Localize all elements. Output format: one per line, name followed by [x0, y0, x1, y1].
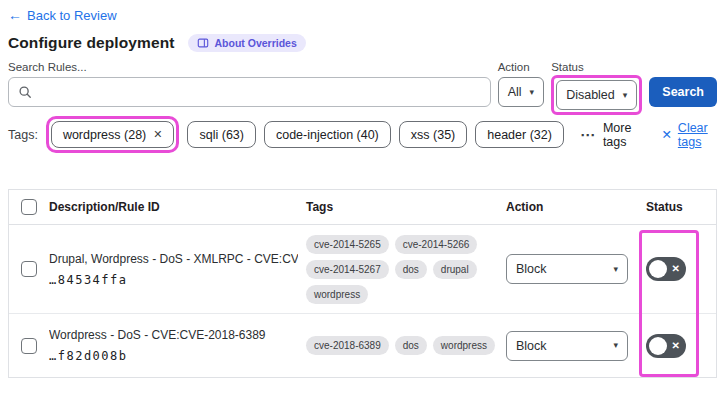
chevron-down-icon: ▾	[623, 91, 628, 100]
more-tags-button[interactable]: ⋯ More tags	[580, 121, 640, 149]
tag-chip-sqli[interactable]: sqli (63)	[187, 121, 255, 148]
rule-tag-pill: wordpress	[433, 336, 495, 355]
chevron-down-icon: ▾	[613, 341, 618, 350]
rule-status-cell: ✕	[646, 334, 716, 358]
back-link-label: Back to Review	[27, 8, 117, 23]
rule-tags-cell: cve-2018-6389 dos wordpress	[306, 336, 502, 355]
tag-chip-code-injection[interactable]: code-injection (40)	[264, 121, 391, 148]
tags-filter-bar: Tags: wordpress (28) ✕ sqli (63) code-in…	[8, 116, 717, 153]
clear-tags-label: Clear tags	[678, 121, 717, 149]
configure-deployment-page: ← Back to Review Configure deployment Ab…	[0, 0, 725, 406]
rule-tag-pill: drupal	[433, 260, 477, 279]
rule-description-cell: Wordpress - DoS - CVE:CVE-2018-6389 …f82…	[49, 328, 306, 363]
ellipsis-icon: ⋯	[580, 126, 596, 144]
rule-status-cell: ✕	[646, 257, 716, 281]
search-input[interactable]	[39, 85, 481, 99]
toggle-off-x-icon: ✕	[672, 264, 680, 274]
status-toggle[interactable]: ✕	[646, 334, 686, 358]
rules-table: Description/Rule ID Tags Action Status D…	[8, 189, 717, 378]
action-filter-column: Action All ▾	[498, 60, 544, 107]
search-input-box[interactable]	[8, 77, 491, 107]
table-header-row: Description/Rule ID Tags Action Status	[9, 190, 716, 225]
rule-id: …84534ffa	[49, 273, 298, 287]
col-header-description: Description/Rule ID	[49, 200, 306, 214]
about-overrides-label: About Overrides	[214, 37, 296, 49]
table-row: Wordpress - DoS - CVE:CVE-2018-6389 …f82…	[9, 314, 716, 377]
selected-tag-highlight-box: wordpress (28) ✕	[46, 116, 180, 153]
toggle-knob	[649, 260, 667, 278]
rule-action-cell: Block ▾	[506, 331, 646, 361]
col-header-status: Status	[646, 200, 716, 214]
filter-row: Search Rules... Action All ▾ Status Disa…	[8, 60, 717, 110]
select-all-checkbox[interactable]	[21, 199, 37, 215]
tags-label: Tags:	[8, 128, 38, 142]
status-toggle[interactable]: ✕	[646, 257, 686, 281]
rule-tag-pill: cve-2014-5266	[395, 235, 478, 254]
action-select[interactable]: Block ▾	[506, 331, 628, 361]
action-dropdown-value: All	[508, 85, 522, 99]
page-title: Configure deployment	[8, 34, 174, 52]
chevron-down-icon: ▾	[530, 88, 535, 97]
back-to-review-link[interactable]: ← Back to Review	[8, 8, 117, 23]
rule-description: Wordpress - DoS - CVE:CVE-2018-6389	[49, 328, 298, 342]
status-dropdown[interactable]: Disabled ▾	[556, 80, 637, 110]
search-icon	[18, 85, 32, 99]
rule-tag-pill: dos	[395, 260, 427, 279]
tag-chip-header[interactable]: header (32)	[475, 121, 564, 148]
col-header-action: Action	[506, 200, 646, 214]
rule-description: Drupal, Wordpress - DoS - XMLRPC - CVE:C…	[49, 252, 298, 266]
rule-tag-pill: dos	[395, 336, 427, 355]
table-row: Drupal, Wordpress - DoS - XMLRPC - CVE:C…	[9, 225, 716, 314]
clear-tags-x-icon: ✕	[661, 127, 671, 142]
search-rules-label: Search Rules...	[8, 60, 491, 74]
status-label: Status	[551, 60, 642, 74]
tag-chip-xss[interactable]: xss (35)	[399, 121, 467, 148]
rule-id: …f82d008b	[49, 349, 298, 363]
back-arrow-icon: ←	[8, 8, 22, 22]
row-checkbox[interactable]	[21, 261, 37, 277]
chevron-down-icon: ▾	[613, 265, 618, 274]
action-select[interactable]: Block ▾	[506, 254, 628, 284]
action-label: Action	[498, 60, 544, 74]
more-tags-label: More tags	[603, 121, 640, 149]
action-select-value: Block	[516, 262, 547, 276]
rule-tag-pill: wordpress	[306, 285, 368, 304]
rule-tags-cell: cve-2014-5265 cve-2014-5266 cve-2014-526…	[306, 235, 502, 304]
title-row: Configure deployment About Overrides	[8, 34, 717, 52]
rule-action-cell: Block ▾	[506, 254, 646, 284]
col-header-tags: Tags	[306, 200, 506, 214]
clear-tags-link[interactable]: ✕ Clear tags	[661, 121, 717, 149]
status-dropdown-highlight-box: Disabled ▾	[551, 75, 642, 115]
tag-chip-wordpress[interactable]: wordpress (28) ✕	[51, 121, 175, 148]
status-filter-column: Status Disabled ▾	[551, 60, 642, 110]
toggle-off-x-icon: ✕	[672, 341, 680, 351]
remove-tag-icon[interactable]: ✕	[153, 128, 162, 141]
about-overrides-badge[interactable]: About Overrides	[188, 34, 305, 52]
overrides-doc-icon	[197, 37, 209, 49]
rule-description-cell: Drupal, Wordpress - DoS - XMLRPC - CVE:C…	[49, 252, 306, 287]
action-select-value: Block	[516, 339, 547, 353]
action-dropdown[interactable]: All ▾	[498, 77, 544, 107]
tag-chip-wordpress-label: wordpress (28)	[63, 128, 146, 142]
toggle-knob	[649, 337, 667, 355]
search-column: Search Rules...	[8, 60, 491, 107]
status-dropdown-value: Disabled	[566, 88, 615, 102]
search-button[interactable]: Search	[649, 77, 717, 107]
rule-tag-pill: cve-2014-5267	[306, 260, 389, 279]
rule-tag-pill: cve-2014-5265	[306, 235, 389, 254]
row-checkbox[interactable]	[21, 338, 37, 354]
rule-tag-pill: cve-2018-6389	[306, 336, 389, 355]
